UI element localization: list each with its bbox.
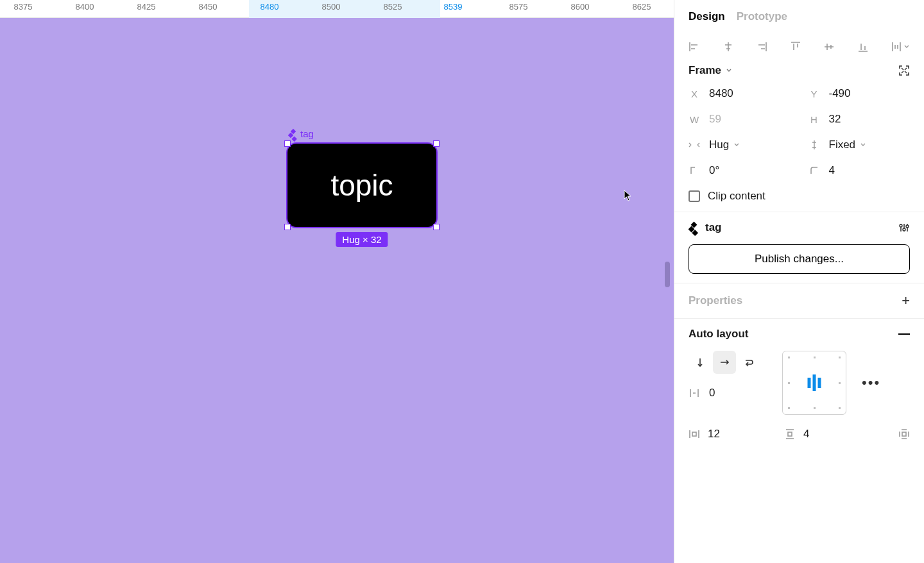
properties-section: Properties + [674,283,924,319]
chevron-down-icon [725,67,733,74]
align-left-icon[interactable] [689,41,700,53]
component-name: tag [705,221,722,234]
align-right-icon[interactable] [756,41,767,53]
w-field[interactable]: W 59 [689,113,791,126]
padding-vertical-icon [784,428,796,440]
direction-vertical-button[interactable] [689,351,712,374]
frame-label-text: tag [300,128,314,139]
rotation-icon [689,165,700,176]
svg-rect-4 [788,432,792,436]
individual-padding-icon[interactable] [898,428,910,440]
ruler-tick: 8400 [76,2,94,12]
direction-horizontal-button[interactable] [713,351,736,374]
vertical-resize-icon [809,139,820,151]
add-property-button[interactable]: + [902,292,910,309]
frame-type-dropdown[interactable]: Frame [689,64,733,77]
padding-horizontal-field[interactable]: 12 [689,428,720,441]
corner-radius-icon [809,165,820,176]
ruler-tick: 8375 [14,2,33,12]
component-icon [289,130,298,139]
remove-autolayout-button[interactable] [898,333,910,335]
svg-rect-3 [692,432,696,436]
alignment-indicator-icon [808,374,821,391]
component-settings-icon[interactable] [898,222,910,233]
tab-prototype[interactable]: Prototype [737,10,787,23]
properties-title: Properties [689,294,742,307]
distribute-dropdown[interactable] [891,41,910,53]
padding-vertical-field[interactable]: 4 [784,428,809,441]
horizontal-resize-icon [689,140,700,149]
chevron-down-icon [733,141,740,149]
horizontal-resize-dropdown[interactable]: Hug [689,139,791,151]
ruler-tick: 8450 [199,2,218,12]
resize-handle-tl[interactable] [284,140,291,147]
vertical-resize-dropdown[interactable]: Fixed [809,139,911,151]
publish-changes-button[interactable]: Publish changes... [689,244,910,274]
align-top-icon[interactable] [790,41,801,53]
right-panel: Design Prototype Frame [674,0,924,563]
cursor-icon [624,190,633,201]
align-vcenter-icon[interactable] [823,41,835,53]
ruler-tick: 8500 [322,2,341,12]
vertical-scrollbar-thumb[interactable] [665,262,670,287]
align-bottom-icon[interactable] [857,41,869,53]
fit-to-content-icon[interactable] [898,65,910,76]
frame-label[interactable]: tag [289,128,314,139]
resize-handle-bl[interactable] [284,224,291,230]
tab-design[interactable]: Design [689,10,725,23]
corner-radius-field[interactable]: 4 [809,164,911,177]
ruler-tick: 8425 [137,2,156,12]
checkbox-icon [689,190,700,202]
canvas-background[interactable]: tag topic Hug × 32 [0,18,674,563]
autolayout-title: Auto layout [689,328,749,340]
component-section: tag Publish changes... [674,212,924,283]
selected-frame[interactable]: topic [287,144,436,227]
svg-rect-5 [902,432,906,436]
ruler-tick: 8625 [633,2,651,12]
h-field[interactable]: H 32 [809,113,911,126]
component-icon [689,223,699,233]
ruler-tick: 8600 [571,2,590,12]
autolayout-section: Auto layout 0 [674,319,924,450]
ruler-tick: 8539 [444,2,463,12]
ruler-tick: 8525 [384,2,402,12]
alignment-box[interactable] [782,351,846,415]
canvas-area[interactable]: 8375840084258450848085008525853985758600… [0,0,674,563]
ruler-tick: 8575 [509,2,528,12]
align-hcenter-icon[interactable] [723,41,734,53]
chevron-down-icon [903,44,910,50]
ruler-tick: 8480 [261,2,279,12]
svg-point-0 [900,224,902,227]
gap-icon [689,387,700,399]
autolayout-more-button[interactable]: ••• [862,374,880,391]
align-section: Frame X 8480 Y -490 W 59 [674,32,924,212]
resize-handle-tr[interactable] [433,140,440,147]
clip-content-checkbox[interactable]: Clip content [689,190,910,203]
chevron-down-icon [859,141,867,149]
svg-point-1 [903,228,905,231]
y-field[interactable]: Y -490 [809,87,911,100]
selection-size-badge: Hug × 32 [336,232,388,247]
svg-point-2 [906,225,909,228]
panel-tabs: Design Prototype [674,0,924,32]
x-field[interactable]: X 8480 [689,87,791,100]
direction-wrap-button[interactable] [737,351,760,374]
horizontal-ruler[interactable]: 8375840084258450848085008525853985758600… [0,0,674,18]
padding-horizontal-icon [689,428,700,440]
resize-handle-br[interactable] [433,224,440,230]
rotation-field[interactable]: 0° [689,164,791,177]
frame-content-text: topic [330,168,393,203]
gap-field[interactable]: 0 [689,387,760,399]
